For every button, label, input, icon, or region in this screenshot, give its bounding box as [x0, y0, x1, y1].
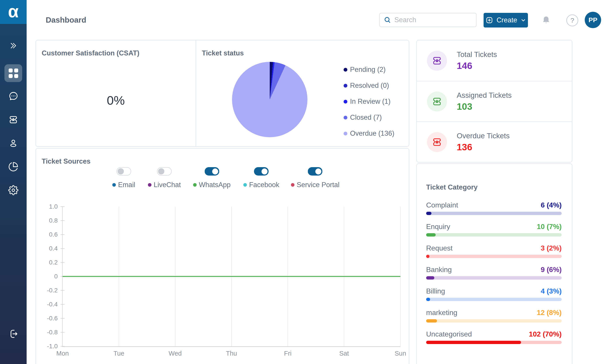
legend-dot-icon	[344, 68, 347, 72]
category-bar-track	[426, 255, 562, 258]
ticket-sources-card: Ticket Sources Email LiveChat WhatsApp F…	[36, 148, 409, 364]
create-button-label: Create	[496, 16, 517, 24]
y-axis-tick	[61, 332, 65, 333]
chart-plot: MonTueWedThuFriSatSun1.00.80.60.40.20-0.…	[62, 207, 400, 347]
channel-dot-icon	[193, 183, 197, 187]
stat-row: Assigned Tickets 103	[417, 81, 572, 121]
y-axis-label: -0.8	[40, 329, 58, 336]
y-axis-tick	[61, 248, 65, 249]
category-label: Complaint	[426, 201, 458, 209]
person-icon	[8, 138, 18, 148]
toggle-facebook[interactable]	[254, 167, 269, 176]
category-label: Uncategorised	[426, 330, 472, 338]
notifications-button[interactable]	[539, 13, 553, 27]
channel-dot-icon	[291, 183, 294, 187]
channel-dot-icon	[243, 183, 247, 187]
sidebar-item-tickets[interactable]	[0, 114, 27, 126]
legend-dot-icon	[344, 116, 347, 119]
status-legend-item: Resolved (0)	[344, 81, 394, 90]
search-icon	[384, 16, 391, 24]
channel-label: Service Portal	[297, 181, 340, 189]
question-mark-icon: ?	[566, 14, 578, 26]
category-bar-track	[426, 233, 562, 236]
toggle-knob	[118, 168, 124, 174]
toggle-email[interactable]	[117, 167, 131, 176]
ticket-icon	[8, 115, 18, 125]
x-axis-label: Wed	[169, 350, 182, 357]
y-axis-tick	[61, 304, 65, 305]
channel-label: Email	[118, 181, 135, 189]
status-legend-item: Closed (7)	[344, 113, 394, 122]
status-legend-item: Pending (2)	[344, 65, 394, 74]
y-axis-label: -1.0	[40, 343, 58, 350]
sidebar-item-dashboard[interactable]	[0, 64, 27, 82]
stat-value: 136	[457, 142, 509, 153]
category-bar-fill	[426, 341, 521, 344]
brand-logo[interactable]: α	[0, 0, 27, 24]
legend-label: Resolved (0)	[350, 82, 389, 90]
legend-label: Overdue (136)	[350, 130, 394, 137]
category-bar-track	[426, 298, 562, 301]
category-bar-fill	[426, 212, 431, 215]
ticket-status-title: Ticket status	[202, 49, 244, 57]
overdue-tickets-icon	[427, 132, 447, 152]
category-label: marketing	[426, 309, 457, 317]
chevron-down-icon	[521, 17, 526, 23]
bell-icon	[541, 15, 551, 25]
category-value: 9 (6%)	[541, 266, 562, 274]
y-axis-label: 0	[40, 273, 58, 280]
top-bar: Dashboard Create ? PP	[27, 0, 614, 40]
category-row: Uncategorised102 (70%)	[426, 330, 562, 344]
channel-column: Service Portal	[291, 167, 340, 189]
category-value: 10 (7%)	[537, 222, 562, 231]
sidebar-item-conversations[interactable]	[0, 90, 27, 103]
sidebar-item-logout[interactable]	[0, 328, 27, 340]
toggle-whatsapp[interactable]	[204, 167, 219, 176]
legend-label: Closed (7)	[350, 114, 382, 121]
category-label: Request	[426, 244, 453, 252]
status-legend-item: Overdue (136)	[344, 129, 394, 138]
create-button[interactable]: Create	[484, 13, 528, 27]
category-value: 102 (70%)	[529, 330, 562, 338]
logout-icon	[8, 329, 18, 339]
toggle-livechat[interactable]	[157, 167, 172, 176]
x-axis-label: Fri	[284, 350, 292, 357]
category-bar-track	[426, 319, 562, 323]
y-axis-label: 1.0	[40, 203, 58, 210]
brand-logo-glyph: α	[8, 3, 19, 20]
expand-sidebar-button[interactable]	[0, 39, 27, 52]
channel-column: WhatsApp	[193, 167, 230, 189]
stat-row: Total Tickets 146	[417, 40, 572, 81]
sidebar-item-reports[interactable]	[0, 160, 27, 173]
csat-value: 0%	[36, 60, 196, 140]
category-row: marketing12 (8%)	[426, 309, 562, 323]
legend-dot-icon	[344, 100, 347, 104]
sidebar-item-settings[interactable]	[0, 184, 27, 196]
pie-chart-icon	[8, 162, 18, 172]
channel-dot-icon	[148, 183, 151, 187]
category-label: Enquiry	[426, 222, 450, 231]
category-bar-track	[426, 212, 562, 215]
csat-title: Customer Satisfaction (CSAT)	[42, 49, 139, 57]
category-bar-fill	[426, 319, 437, 323]
ticket-category-card: Ticket Category Complaint6 (4%) Enquiry1…	[416, 163, 572, 364]
y-axis-tick	[61, 346, 65, 347]
y-axis-tick	[61, 206, 65, 207]
total-tickets-icon	[427, 51, 447, 71]
dashboard-grid-icon	[4, 64, 22, 82]
category-row: Banking9 (6%)	[426, 266, 562, 280]
toggle-service-portal[interactable]	[308, 167, 322, 176]
stat-label: Assigned Tickets	[457, 91, 512, 100]
category-row: Billing4 (3%)	[426, 287, 562, 301]
sidebar: α	[0, 0, 27, 364]
category-bar-fill	[426, 233, 436, 236]
toggle-knob	[315, 169, 321, 174]
top-row-card: Customer Satisfaction (CSAT) 0% Ticket s…	[36, 40, 409, 147]
help-button[interactable]: ?	[565, 13, 579, 27]
category-bar-fill	[426, 276, 434, 280]
search-input[interactable]	[394, 16, 483, 24]
avatar[interactable]: PP	[585, 12, 601, 28]
sidebar-item-contacts[interactable]	[0, 137, 27, 149]
channel-column: Email	[112, 167, 135, 189]
category-bar-fill	[426, 255, 429, 258]
